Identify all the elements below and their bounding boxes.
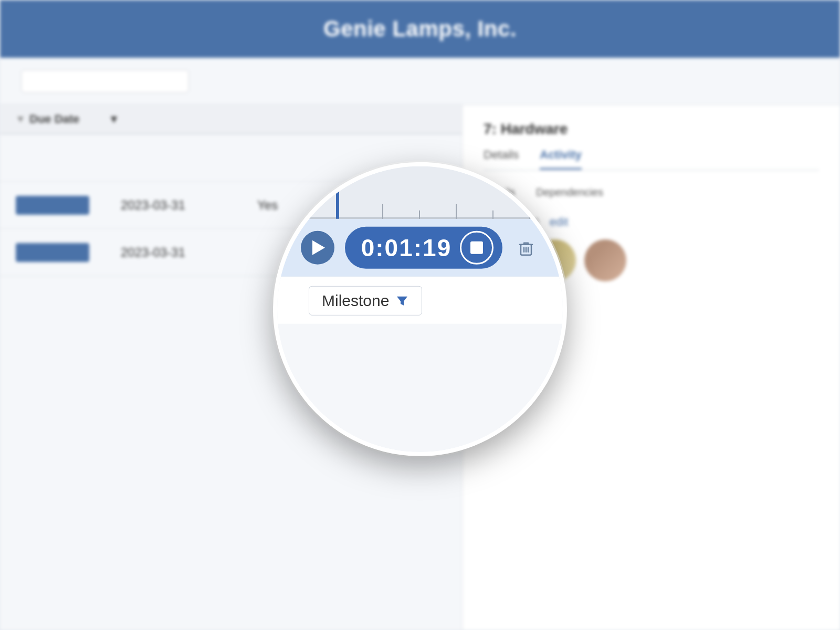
filter-icon [16,114,25,124]
ruler-tick [529,204,530,219]
zoom-milestone-row: Milestone [277,277,563,324]
zoom-timeline-ruler [277,166,563,219]
timer-display-pill: 0:01:19 [345,227,502,269]
row-bar [16,243,89,262]
zoom-content: 0:01:19 Milestone [277,166,563,452]
row-bar [16,196,89,215]
table-header: Due Date ▾ [0,105,462,134]
row-date: 2023-03-31 [121,198,226,213]
app-header: Genie Lamps, Inc. [0,0,840,58]
timer-stop-button[interactable] [460,231,494,265]
play-icon [312,240,325,255]
timer-delete-button[interactable] [513,235,539,261]
stop-icon [470,242,483,254]
ruler-tick [492,211,494,219]
ruler-tick [382,204,383,219]
timer-play-button[interactable] [301,231,334,265]
zoom-circle-overlay: 0:01:19 Milestone [273,162,567,456]
milestone-filter-pill[interactable]: Milestone [309,286,422,315]
toolbar [0,58,840,105]
ruler-tick [419,211,420,219]
ruler-tick [456,204,457,219]
panel-title: 7: Hardware [484,121,819,138]
row-date: 2023-03-31 [121,245,226,260]
milestone-label: Milestone [322,291,389,309]
zoom-timer-row: 0:01:19 [277,219,563,277]
zoom-bottom-area [277,324,563,452]
col-due-date: Due Date [16,112,79,126]
trash-icon [516,237,537,258]
search-box [21,70,189,93]
col-milestone: ▾ [111,112,117,126]
milestone-filter-icon [395,293,409,307]
avatar [584,239,626,281]
timer-value: 0:01:19 [361,234,452,262]
app-title: Genie Lamps, Inc. [323,16,517,41]
ruler-baseline [309,217,531,219]
ruler-current-marker [336,187,339,219]
